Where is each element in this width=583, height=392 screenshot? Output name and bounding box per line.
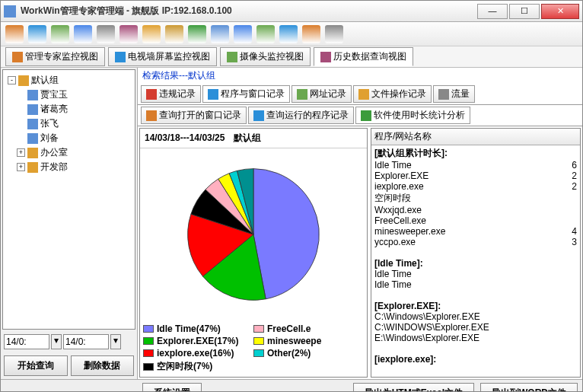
tree-client-0[interactable]: 贾宝玉: [6, 88, 132, 102]
list-header-col: 程序/网站名称: [374, 130, 577, 143]
chart-legend: Idle Time(47%)FreeCell.eExplorer.EXE(17%…: [140, 320, 367, 377]
globe-icon[interactable]: [28, 25, 46, 43]
screen-icon[interactable]: [74, 25, 92, 43]
date-to-input[interactable]: [63, 334, 109, 349]
export-word-button[interactable]: 导出到WORD文件: [480, 383, 578, 392]
node-icon: [27, 90, 38, 100]
list-item[interactable]: Explorer.EXE2: [374, 171, 577, 181]
list-item[interactable]: C:\Windows\Explorer.EXE: [374, 311, 577, 322]
list-item[interactable]: 空闲时段: [374, 192, 577, 205]
tab-icon: [227, 52, 237, 62]
tree-client-1[interactable]: 诸葛亮: [6, 102, 132, 116]
list-header[interactable]: 程序/网站名称: [371, 129, 580, 145]
chat-icon[interactable]: [256, 25, 275, 43]
view-tab-3[interactable]: 历史数据查询视图: [314, 47, 413, 66]
tree-group-1[interactable]: +开发部: [6, 160, 132, 174]
legend-swatch: [253, 337, 264, 345]
rtab-icon: [208, 89, 218, 100]
list-item[interactable]: E:\Windows\Explorer.EXE: [374, 333, 577, 343]
close-button[interactable]: ✕: [541, 4, 579, 19]
book-icon[interactable]: [279, 25, 298, 43]
lock-icon[interactable]: [325, 25, 343, 43]
screen2-icon[interactable]: [234, 25, 252, 43]
node-icon: [27, 133, 38, 144]
list-item[interactable]: yccpo.exe3: [374, 237, 577, 247]
delete-data-button[interactable]: 删除数据: [71, 355, 135, 376]
copy-icon[interactable]: [211, 25, 229, 43]
tree-client-3[interactable]: 刘备: [6, 131, 132, 145]
record-tab[interactable]: 查询运行的程序记录: [248, 107, 354, 124]
rtab-icon: [146, 110, 157, 121]
date-from-dropdown[interactable]: ▾: [51, 334, 62, 349]
legend-swatch: [143, 349, 154, 357]
view-tab-1[interactable]: 电视墙屏幕监控视图: [108, 47, 217, 66]
view-tab-0[interactable]: 管理专家监控视图: [5, 47, 105, 66]
list-item[interactable]: Idle Time: [374, 269, 577, 279]
record-tab[interactable]: 流量: [433, 85, 475, 103]
export-excel-button[interactable]: 导出为HTM或Excel文件: [353, 383, 474, 392]
tab-icon: [320, 52, 331, 62]
rtab-icon: [253, 110, 264, 121]
start-query-button[interactable]: 开始查询: [4, 355, 68, 376]
mail-icon[interactable]: [188, 25, 206, 43]
maximize-button[interactable]: ☐: [509, 4, 540, 19]
legend-swatch: [143, 363, 154, 371]
app-icon: [4, 5, 16, 18]
record-tab[interactable]: 违规记录: [141, 85, 201, 103]
date-from-input[interactable]: [4, 334, 49, 349]
legend-swatch: [143, 325, 154, 333]
date-to-dropdown[interactable]: ▾: [110, 334, 121, 349]
view-tabs: 管理专家监控视图电视墙屏幕监控视图摄像头监控视图历史数据查询视图: [1, 46, 582, 68]
list-item[interactable]: Idle Time6: [374, 160, 577, 171]
rtab-icon: [146, 89, 157, 100]
new-icon[interactable]: [5, 25, 24, 43]
node-icon: [27, 119, 38, 129]
camera-icon[interactable]: [97, 25, 115, 43]
program-list: 程序/网站名称 [默认组累计时长]:Idle Time6Explorer.EXE…: [371, 128, 581, 378]
node-icon: [27, 104, 38, 115]
list-item[interactable]: FreeCell.exe: [374, 215, 577, 226]
expand-toggle[interactable]: +: [17, 163, 25, 171]
tab-icon: [12, 52, 23, 62]
expand-toggle[interactable]: +: [17, 148, 25, 157]
list-group-header[interactable]: [Idle Time]:: [374, 258, 577, 269]
legend-swatch: [143, 337, 154, 345]
record-tab[interactable]: 软件使用时长统计分析: [355, 107, 470, 124]
list-item[interactable]: Wxxjqd.exe: [374, 205, 577, 215]
node-icon: [27, 148, 38, 158]
folder-icon[interactable]: [165, 25, 183, 43]
tree-client-2[interactable]: 张飞: [6, 116, 132, 131]
date-range: ▾ ▾: [1, 331, 137, 352]
title-bar: WorkWin管理专家管理端 - 旗舰版 IP:192.168.0.100 — …: [1, 1, 582, 22]
chart-header: 14/03/18---14/03/25 默认组: [140, 129, 367, 148]
record-tab[interactable]: 查询打开的窗口记录: [141, 107, 247, 124]
client-tree[interactable]: -默认组贾宝玉诸葛亮张飞刘备+办公室+开发部: [2, 69, 135, 330]
tree-group-0[interactable]: +办公室: [6, 145, 132, 160]
tree-root[interactable]: -默认组: [6, 73, 132, 88]
clock-icon[interactable]: [142, 25, 161, 43]
list-group-header[interactable]: [Explorer.EXE]:: [374, 301, 577, 311]
view-tab-2[interactable]: 摄像头监控视图: [220, 47, 311, 66]
screens-icon[interactable]: [51, 25, 69, 43]
rtab-icon: [358, 89, 369, 100]
list-item[interactable]: minesweeper.exe4: [374, 226, 577, 237]
list-item[interactable]: iexplore.exe2: [374, 181, 577, 192]
record-tab[interactable]: 文件操作记录: [353, 85, 432, 103]
rtab-icon: [297, 89, 307, 100]
chart-panel: 14/03/18---14/03/25 默认组 Idle Time(47%)Fr…: [139, 128, 368, 378]
list-item[interactable]: C:\WINDOWS\Explorer.EXE: [374, 322, 577, 333]
expand-toggle[interactable]: -: [8, 76, 16, 84]
record-tab[interactable]: 程序与窗口记录: [202, 85, 290, 103]
user-icon[interactable]: [119, 25, 138, 43]
list-group-header[interactable]: [iexplore.exe]:: [374, 354, 577, 365]
pie-slice: [253, 168, 319, 298]
list-body[interactable]: [默认组累计时长]:Idle Time6Explorer.EXE2iexplor…: [371, 145, 580, 377]
list-item[interactable]: Idle Time: [374, 279, 577, 290]
rtab-icon: [361, 110, 371, 121]
minimize-button[interactable]: —: [477, 4, 508, 19]
list-group-header[interactable]: [默认组累计时长]:: [374, 147, 577, 160]
users-icon[interactable]: [302, 25, 320, 43]
legend-item: FreeCell.e: [253, 323, 364, 335]
record-tab[interactable]: 网址记录: [292, 85, 352, 103]
system-settings-button[interactable]: 系统设置: [142, 383, 202, 392]
